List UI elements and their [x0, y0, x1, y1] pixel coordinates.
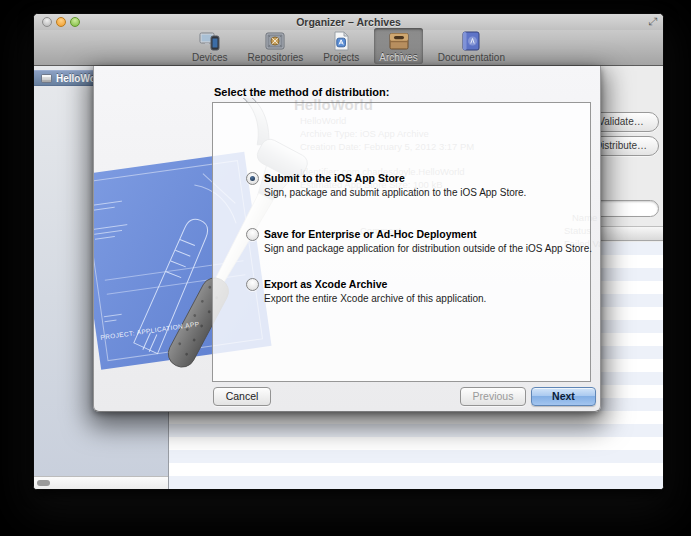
traffic-lights [42, 17, 80, 27]
toolbar-item-archives[interactable]: Archives [374, 28, 422, 64]
option-label: Export as Xcode Archive [264, 278, 486, 291]
option-description: Sign and package application for distrib… [264, 243, 592, 254]
documentation-icon [460, 30, 482, 52]
organizer-window: Organizer – Archives ⤢ Devices [33, 13, 664, 490]
next-button[interactable]: Next [531, 387, 596, 406]
toolbar-label: Devices [192, 53, 228, 63]
option-description: Sign, package and submit application to … [264, 187, 526, 198]
minimize-button[interactable] [56, 17, 66, 27]
toolbar-item-documentation[interactable]: Documentation [433, 28, 510, 64]
scroller-pill [37, 480, 50, 486]
cancel-button[interactable]: Cancel [213, 387, 271, 406]
toolbar-item-repositories[interactable]: Repositories [243, 28, 309, 64]
ghost-table-text: Name [572, 212, 597, 223]
ghost-line: Archive Type: iOS App Archive [300, 128, 429, 139]
ghost-line: HelloWorld [300, 115, 346, 126]
devices-icon [199, 30, 221, 52]
content-area: HelloWorld Validate… Distribute… HelloWo… [34, 66, 663, 489]
radio-enterprise-adhoc[interactable] [246, 228, 259, 241]
toolbar-label: Projects [323, 53, 359, 63]
archives-icon [388, 30, 410, 52]
projects-icon [330, 30, 352, 52]
ghost-line: Creation Date: February 5, 2012 3:17 PM [300, 141, 474, 152]
close-button[interactable] [42, 17, 52, 27]
toolbar-label: Documentation [438, 53, 505, 63]
option-label: Save for Enterprise or Ad-Hoc Deployment [264, 228, 592, 241]
option-export-archive[interactable]: Export as Xcode Archive Export the entir… [246, 278, 486, 304]
radio-export-archive[interactable] [246, 278, 259, 291]
radio-submit-app-store[interactable] [246, 172, 259, 185]
fullscreen-icon[interactable]: ⤢ [648, 15, 657, 28]
toolbar-item-projects[interactable]: Projects [318, 28, 364, 64]
option-description: Export the entire Xcode archive of this … [264, 293, 486, 304]
sheet-title: Select the method of distribution: [214, 86, 389, 98]
toolbar-label: Repositories [248, 53, 304, 63]
zoom-button[interactable] [70, 17, 80, 27]
option-label: Submit to the iOS App Store [264, 172, 526, 185]
option-enterprise-adhoc[interactable]: Save for Enterprise or Ad-Hoc Deployment… [246, 228, 592, 254]
sidebar-bottom-bar [34, 476, 168, 489]
screenshot-stage: Organizer – Archives ⤢ Devices [0, 0, 691, 536]
toolbar-label: Archives [379, 53, 417, 63]
repositories-icon [264, 30, 286, 52]
archive-icon [41, 74, 52, 83]
ghost-archive-heading: HelloWorld [294, 96, 373, 113]
toolbar: Devices Repositories [34, 30, 663, 66]
distribution-sheet: HelloWorld HelloWorld Archive Type: iOS … [93, 66, 601, 412]
previous-button[interactable]: Previous [460, 387, 526, 406]
option-submit-app-store[interactable]: Submit to the iOS App Store Sign, packag… [246, 172, 526, 198]
toolbar-item-devices[interactable]: Devices [187, 28, 233, 64]
